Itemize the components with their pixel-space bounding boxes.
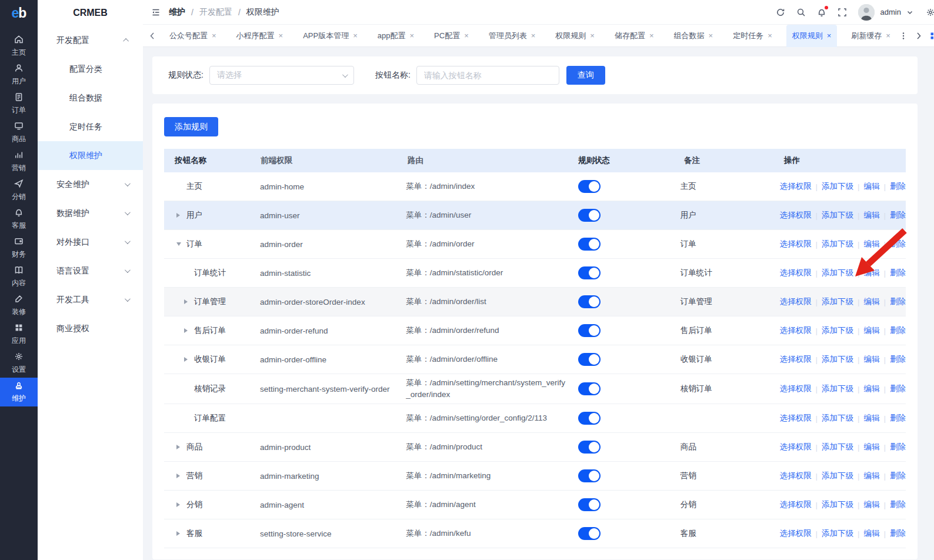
action-edit-link[interactable]: 编辑 (863, 528, 879, 539)
tabs-scroll-left-icon[interactable] (148, 31, 157, 41)
action-add-child-link[interactable]: 添加下级 (822, 268, 853, 278)
action-select-permission-link[interactable]: 选择权限 (779, 384, 811, 394)
action-add-child-link[interactable]: 添加下级 (822, 384, 853, 394)
breadcrumb-item[interactable]: 开发配置 (199, 7, 232, 18)
tree-expand-icon[interactable] (184, 328, 194, 333)
action-delete-link[interactable]: 删除 (890, 499, 906, 510)
status-toggle-on[interactable] (578, 238, 601, 251)
status-toggle-on[interactable] (578, 498, 601, 511)
tab-close-icon[interactable]: × (279, 32, 283, 39)
tab-close-icon[interactable]: × (886, 32, 890, 39)
action-delete-link[interactable]: 删除 (890, 181, 906, 192)
rail-item-settings[interactable]: 设置 (0, 349, 38, 378)
submenu-item-cron-task[interactable]: 定时任务 (38, 112, 143, 141)
rail-item-decorate[interactable]: 装修 (0, 291, 38, 320)
breadcrumb-item[interactable]: 维护 (169, 7, 185, 18)
chevron-down-icon[interactable] (905, 8, 915, 17)
submenu-item-perm-maintain[interactable]: 权限维护 (38, 141, 143, 170)
tab-close-icon[interactable]: × (649, 32, 654, 39)
refresh-icon[interactable] (776, 8, 785, 17)
status-toggle-on[interactable] (578, 412, 601, 425)
tab-7[interactable]: 权限规则× (549, 25, 601, 47)
tab-11[interactable]: 权限规则× (786, 25, 838, 47)
action-delete-link[interactable]: 删除 (890, 210, 906, 221)
submenu-item-language[interactable]: 语言设置 (38, 256, 143, 285)
submenu-item-data-maintain[interactable]: 数据维护 (38, 199, 143, 228)
rail-item-order[interactable]: 订单 (0, 89, 38, 118)
action-delete-link[interactable]: 删除 (890, 413, 906, 424)
fullscreen-icon[interactable] (838, 8, 847, 17)
tree-expand-icon[interactable] (176, 445, 186, 449)
rail-item-content[interactable]: 内容 (0, 262, 38, 291)
submenu-item-combined-data[interactable]: 组合数据 (38, 84, 143, 112)
tabs-scroll-right-icon[interactable] (914, 31, 923, 41)
action-delete-link[interactable]: 删除 (890, 384, 906, 394)
status-toggle-on[interactable] (578, 353, 601, 366)
tab-10[interactable]: 定时任务× (727, 25, 778, 47)
action-edit-link[interactable]: 编辑 (863, 210, 879, 221)
rule-status-select[interactable]: 请选择 (209, 66, 354, 85)
action-select-permission-link[interactable]: 选择权限 (779, 413, 811, 424)
status-toggle-on[interactable] (578, 295, 601, 308)
tab-2[interactable]: 小程序配置× (231, 25, 289, 47)
action-delete-link[interactable]: 删除 (890, 354, 906, 365)
action-delete-link[interactable]: 删除 (890, 325, 906, 336)
action-edit-link[interactable]: 编辑 (863, 296, 879, 307)
submenu-item-dev-tools[interactable]: 开发工具 (38, 285, 143, 314)
brand-logo[interactable]: eb (0, 0, 38, 26)
collapse-sidebar-icon[interactable] (151, 8, 161, 17)
action-edit-link[interactable]: 编辑 (863, 499, 879, 510)
rail-item-goods[interactable]: 商品 (0, 118, 38, 147)
status-toggle-on[interactable] (578, 209, 601, 222)
tab-close-icon[interactable]: × (709, 32, 713, 39)
action-add-child-link[interactable]: 添加下级 (822, 528, 853, 539)
tab-close-icon[interactable]: × (410, 32, 415, 39)
tab-8[interactable]: 储存配置× (609, 25, 660, 47)
status-toggle-on[interactable] (578, 382, 601, 395)
user-avatar[interactable] (858, 4, 875, 21)
tab-5[interactable]: PC配置× (428, 25, 475, 47)
tree-expand-icon[interactable] (184, 299, 194, 304)
rail-item-finance[interactable]: 财务 (0, 234, 38, 262)
search-icon[interactable] (796, 8, 806, 17)
search-button[interactable]: 查询 (566, 66, 605, 85)
rail-item-user[interactable]: 用户 (0, 61, 38, 89)
rail-item-distribution[interactable]: 分销 (0, 176, 38, 205)
username-label[interactable]: admin (880, 8, 901, 16)
notification-bell-icon[interactable] (817, 8, 826, 17)
action-select-permission-link[interactable]: 选择权限 (779, 499, 811, 510)
submenu-item-dev-config[interactable]: 开发配置 (38, 26, 143, 55)
status-toggle-on[interactable] (578, 527, 601, 540)
tab-9[interactable]: 组合数据× (668, 25, 719, 47)
status-toggle-on[interactable] (578, 441, 601, 454)
action-edit-link[interactable]: 编辑 (863, 354, 879, 365)
tree-expand-icon[interactable] (176, 213, 186, 218)
action-delete-link[interactable]: 删除 (890, 239, 906, 249)
action-delete-link[interactable]: 删除 (890, 296, 906, 307)
tab-close-icon[interactable]: × (590, 32, 595, 39)
action-select-permission-link[interactable]: 选择权限 (779, 210, 811, 221)
tab-4[interactable]: app配置× (372, 25, 420, 47)
status-toggle-on[interactable] (578, 266, 601, 279)
action-edit-link[interactable]: 编辑 (863, 384, 879, 394)
action-add-child-link[interactable]: 添加下级 (822, 499, 853, 510)
action-select-permission-link[interactable]: 选择权限 (779, 442, 811, 452)
tab-1[interactable]: 公众号配置× (164, 25, 222, 47)
tab-3[interactable]: APP版本管理× (297, 25, 363, 47)
tab-close-icon[interactable]: × (531, 32, 536, 39)
add-rule-button[interactable]: 添加规则 (164, 117, 218, 136)
status-toggle-on[interactable] (578, 324, 601, 337)
tree-expand-icon[interactable] (176, 502, 186, 507)
rail-item-home[interactable]: 主页 (0, 32, 38, 61)
gear-icon[interactable] (926, 8, 934, 17)
tab-6[interactable]: 管理员列表× (483, 25, 542, 47)
rail-item-maintain[interactable]: 维护 (0, 378, 38, 406)
rail-item-marketing[interactable]: 营销 (0, 147, 38, 176)
tabs-menu-icon[interactable] (899, 31, 908, 41)
button-name-input[interactable] (416, 66, 559, 85)
submenu-item-config-category[interactable]: 配置分类 (38, 55, 143, 84)
action-delete-link[interactable]: 删除 (890, 528, 906, 539)
status-toggle-on[interactable] (578, 180, 601, 193)
tab-12[interactable]: 刷新缓存× (845, 25, 896, 47)
tree-expand-icon[interactable] (184, 357, 194, 362)
